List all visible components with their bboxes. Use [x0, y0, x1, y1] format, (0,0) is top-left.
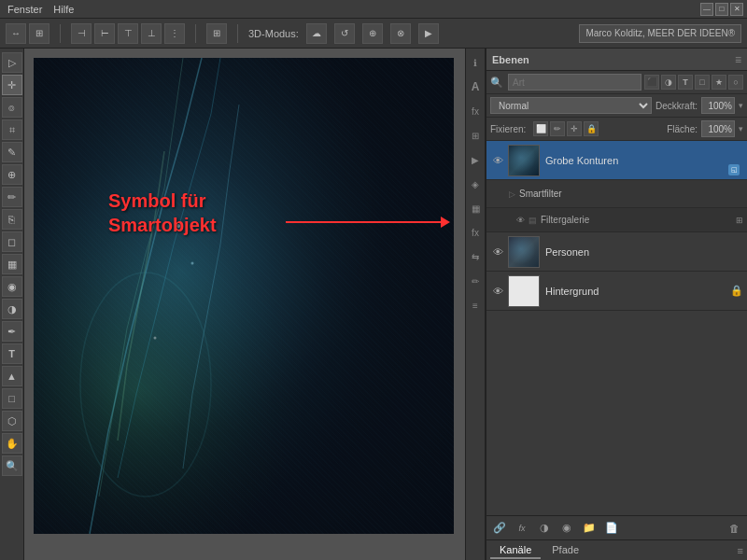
crop-tool[interactable]: ⌗ — [2, 119, 22, 140]
opacity-input[interactable] — [701, 97, 735, 114]
align-right-btn[interactable]: ⊤ — [118, 23, 138, 44]
stack-icon[interactable]: ≡ — [467, 297, 484, 314]
sublayer-smartfilter[interactable]: ▷ Smartfilter — [486, 180, 747, 208]
layers-side-icon[interactable]: ▦ — [467, 200, 484, 217]
filter-shape-btn[interactable]: □ — [695, 75, 710, 90]
selection-tool[interactable]: ▷ — [2, 52, 22, 73]
text-tool[interactable]: T — [2, 343, 22, 364]
filter-adjust-btn[interactable]: ◑ — [661, 75, 676, 90]
fill-arrow[interactable]: ▾ — [739, 124, 743, 133]
3d-btn4[interactable]: ⊗ — [390, 23, 411, 44]
link-layers-btn[interactable]: 🔗 — [490, 519, 509, 538]
3d-btn1[interactable]: ☁ — [306, 23, 327, 44]
layer-grobe-konturen[interactable]: 👁 Grobe Konturen ◱ — [486, 141, 747, 180]
toolbar-sep-3 — [237, 24, 238, 43]
grid-btn[interactable]: ⊞ — [206, 23, 227, 44]
filter-filtergalerie[interactable]: 👁 ▤ Filtergalerie ⊞ — [486, 208, 747, 232]
arrange-btn[interactable]: ⊞ — [29, 23, 49, 44]
svg-rect-2 — [34, 58, 454, 534]
3d-btn5[interactable]: ▶ — [418, 23, 439, 44]
sublayer-arrow-icon: ▷ — [509, 189, 515, 199]
filter-smart-btn[interactable]: ★ — [712, 75, 726, 90]
tab-kanaele[interactable]: Kanäle — [490, 542, 541, 559]
annotation-text: Symbol für Smartobjekt — [108, 189, 217, 237]
menu-hilfe[interactable]: Hilfe — [53, 4, 74, 15]
text-icon[interactable]: A — [467, 78, 484, 95]
blur-tool[interactable]: ◉ — [2, 276, 22, 297]
tab-pfade[interactable]: Pfade — [543, 542, 588, 559]
lock-position-btn[interactable]: ✛ — [567, 121, 582, 136]
new-layer-btn[interactable]: 📄 — [602, 519, 621, 538]
lasso-tool[interactable]: ⌾ — [2, 97, 22, 118]
eraser-tool[interactable]: ◻ — [2, 231, 22, 252]
fx-side-icon[interactable]: fx — [467, 103, 484, 119]
eye-personen[interactable]: 👁 — [490, 245, 505, 259]
window-controls: — □ ✕ — [700, 3, 743, 16]
layers-search-input[interactable] — [508, 74, 641, 91]
thumb-image-hintergrund — [509, 276, 539, 306]
zoom-tool[interactable]: 🔍 — [2, 455, 22, 476]
filter-eye-icon[interactable]: 👁 — [516, 216, 525, 225]
layer-hintergrund[interactable]: 👁 Hintergrund 🔒 — [486, 272, 747, 311]
bottom-tabs: Kanäle Pfade ≡ — [486, 539, 747, 560]
effect-side-icon[interactable]: fx — [467, 224, 484, 241]
panel-menu-btn[interactable]: ≡ — [735, 53, 741, 66]
3d-mode-label: 3D-Modus: — [248, 28, 299, 39]
brush-side-icon[interactable]: ✏ — [467, 273, 484, 289]
lock-all-btn[interactable]: 🔒 — [584, 121, 599, 136]
3d-btn2[interactable]: ↺ — [334, 23, 355, 44]
hand-tool[interactable]: ✋ — [2, 433, 22, 454]
filter-text-btn[interactable]: T — [678, 75, 693, 90]
move-tool[interactable]: ✛ — [2, 75, 22, 95]
filter-options-icon[interactable]: ⊞ — [736, 216, 743, 225]
minimize-button[interactable]: — — [700, 3, 713, 16]
play-icon[interactable]: ▶ — [467, 151, 484, 168]
adjustment-btn[interactable]: ◉ — [557, 519, 576, 538]
paint-icon[interactable]: ◈ — [467, 175, 484, 192]
layer-name-personen: Personen — [545, 246, 743, 258]
group-btn[interactable]: 📁 — [580, 519, 599, 538]
align-left-btn[interactable]: ⊣ — [71, 23, 92, 44]
eyedropper-tool[interactable]: ✎ — [2, 142, 22, 162]
gradient-tool[interactable]: ▦ — [2, 254, 22, 274]
layer-personen[interactable]: 👁 Personen — [486, 232, 747, 272]
fill-input[interactable] — [701, 120, 735, 137]
thumb-hintergrund — [508, 275, 540, 307]
opacity-arrow[interactable]: ▾ — [739, 101, 743, 110]
pen-tool[interactable]: ✒ — [2, 321, 22, 342]
move-tool-btn[interactable]: ↔ — [6, 23, 26, 44]
lock-pixels-btn[interactable]: ✏ — [550, 121, 565, 136]
dodge-tool[interactable]: ◑ — [2, 299, 22, 319]
filter-pixel-btn[interactable]: ⬛ — [644, 75, 659, 90]
arrow-side-icon[interactable]: ⇆ — [467, 248, 484, 265]
eye-grobe-konturen[interactable]: 👁 — [490, 153, 505, 168]
toolbar-group-move: ↔ ⊞ — [6, 23, 49, 44]
main-layout: ▷ ✛ ⌾ ⌗ ✎ ⊕ ✏ ⎘ ◻ ▦ ◉ ◑ ✒ T ▲ □ ⬡ ✋ 🔍 — [0, 49, 747, 560]
panel-title: Ebenen — [492, 54, 529, 65]
3d-tool[interactable]: ⬡ — [2, 411, 22, 431]
path-select-tool[interactable]: ▲ — [2, 366, 22, 386]
heal-tool[interactable]: ⊕ — [2, 164, 22, 185]
close-button[interactable]: ✕ — [730, 3, 743, 16]
blend-mode-dropdown[interactable]: Normal — [490, 97, 652, 114]
grid-side-icon[interactable]: ⊞ — [467, 127, 484, 144]
filter-toggle-btn[interactable]: ○ — [728, 75, 743, 90]
distribute2-btn[interactable]: ⋮ — [164, 23, 185, 44]
brush-tool[interactable]: ✏ — [2, 187, 22, 207]
search-icon: 🔍 — [490, 77, 503, 89]
layer-lock-icon: 🔒 — [730, 285, 743, 297]
align-center-btn[interactable]: ⊢ — [94, 23, 115, 44]
menu-fenster[interactable]: Fenster — [7, 4, 42, 15]
3d-btn3[interactable]: ⊕ — [362, 23, 383, 44]
lock-transparent-btn[interactable]: ⬜ — [533, 121, 548, 136]
distribute-btn[interactable]: ⊥ — [141, 23, 162, 44]
shape-tool[interactable]: □ — [2, 388, 22, 409]
clone-tool[interactable]: ⎘ — [2, 209, 22, 230]
maximize-button[interactable]: □ — [715, 3, 728, 16]
tabs-menu-btn[interactable]: ≡ — [738, 545, 743, 556]
info-icon[interactable]: ℹ — [467, 54, 484, 71]
fx-btn[interactable]: fx — [513, 519, 531, 538]
delete-layer-btn[interactable]: 🗑 — [725, 519, 743, 538]
mask-btn[interactable]: ◑ — [535, 519, 554, 538]
eye-hintergrund[interactable]: 👁 — [490, 284, 505, 299]
